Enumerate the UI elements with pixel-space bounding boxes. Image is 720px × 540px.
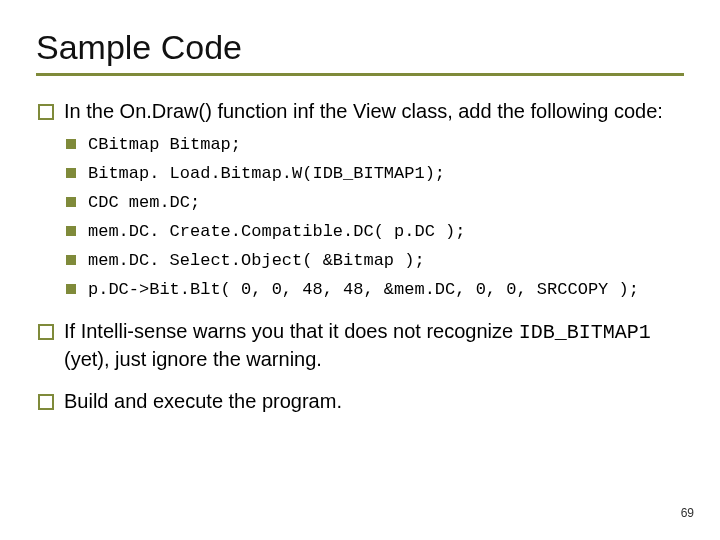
bullet-build: Build and execute the program. [36, 388, 684, 414]
code-line-2: Bitmap. Load.Bitmap.W(IDB_BITMAP1); [64, 163, 684, 186]
page-number: 69 [681, 506, 694, 520]
bullet-intellisense: If Intelli-sense warns you that it does … [36, 318, 684, 372]
title-rule [36, 73, 684, 76]
code-line-3: CDC mem.DC; [64, 192, 684, 215]
slide: Sample Code In the On.Draw() function in… [0, 0, 720, 540]
code-line-6: p.DC->Bit.Blt( 0, 0, 48, 48, &mem.DC, 0,… [64, 279, 684, 302]
bullet-intro-text: In the On.Draw() function inf the View c… [64, 100, 663, 122]
code-line-5: mem.DC. Select.Object( &Bitmap ); [64, 250, 684, 273]
code-list: CBitmap Bitmap; Bitmap. Load.Bitmap.W(ID… [64, 134, 684, 302]
code-line-4: mem.DC. Create.Compatible.DC( p.DC ); [64, 221, 684, 244]
intellisense-post: (yet), just ignore the warning. [64, 348, 322, 370]
code-line-1: CBitmap Bitmap; [64, 134, 684, 157]
intellisense-code: IDB_BITMAP1 [519, 321, 651, 344]
bullet-intro: In the On.Draw() function inf the View c… [36, 98, 684, 302]
intellisense-pre: If Intelli-sense warns you that it does … [64, 320, 519, 342]
bullet-list: In the On.Draw() function inf the View c… [36, 98, 684, 414]
slide-title: Sample Code [36, 28, 684, 67]
